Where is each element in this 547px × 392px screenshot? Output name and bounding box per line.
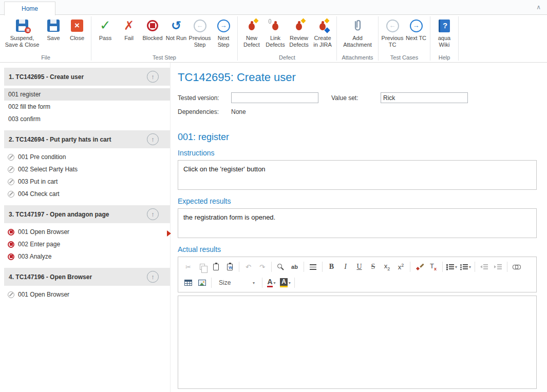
- collapse-group-button[interactable]: ↑: [147, 271, 159, 283]
- tested-version-input[interactable]: [231, 92, 318, 103]
- step-title: 001: register: [178, 132, 537, 143]
- test-step-item[interactable]: 002 fill the form: [4, 101, 170, 113]
- dependencies-value: None: [231, 108, 246, 115]
- test-step-item[interactable]: 004 Check cart: [4, 188, 170, 200]
- paste-from-word-button[interactable]: [223, 261, 236, 272]
- suspend-save-close-button[interactable]: Suspend, Save & Close: [3, 16, 42, 49]
- copy-button[interactable]: [196, 261, 209, 272]
- increase-indent-button[interactable]: [492, 261, 504, 272]
- expected-results-box[interactable]: the registration form is opened.: [178, 208, 537, 238]
- test-step-item[interactable]: 002 Enter page: [4, 238, 170, 250]
- toolbar-separator: [211, 278, 212, 288]
- add-attachment-button[interactable]: Add Attachment: [339, 16, 376, 49]
- close-icon: ×: [71, 19, 83, 32]
- bold-button[interactable]: B: [325, 261, 338, 272]
- collapse-group-button[interactable]: ↑: [147, 133, 159, 145]
- new-defect-button[interactable]: New Defect: [240, 16, 263, 49]
- replace-button[interactable]: ab: [288, 261, 301, 272]
- actual-results-editor[interactable]: [178, 296, 537, 389]
- bold-icon: B: [329, 263, 334, 271]
- find-button[interactable]: [274, 261, 287, 272]
- test-step-item[interactable]: 001 Open Browser: [4, 226, 170, 238]
- test-step-item[interactable]: 003 Put in cart: [4, 175, 170, 188]
- test-case-group-4: 4. TC147196 - Open Browser ↑ 001 Open Br…: [0, 268, 170, 301]
- value-set-input[interactable]: [381, 92, 468, 103]
- test-step-item[interactable]: 001 Open Browser: [4, 288, 170, 301]
- test-case-title: 1. TC142695 - Create user: [9, 73, 147, 81]
- previous-step-button[interactable]: ← Previous Step: [188, 16, 212, 49]
- decrease-indent-button[interactable]: [478, 261, 491, 272]
- review-defects-button[interactable]: Review Defects: [287, 16, 311, 49]
- step-label: 003 Analyze: [18, 253, 51, 260]
- show-blocks-button[interactable]: [307, 261, 319, 272]
- ribbon-group-test-step: ✓ Pass ✗ Fail Blocked ↺ Not Run ← Previo…: [92, 15, 237, 62]
- collapse-group-button[interactable]: ↑: [147, 71, 159, 83]
- toolbar-separator: [442, 262, 443, 272]
- redo-button[interactable]: ↷: [256, 261, 269, 272]
- subscript-button[interactable]: x2: [381, 261, 393, 272]
- not-run-button[interactable]: ↺ Not Run: [164, 16, 188, 43]
- underline-button[interactable]: U: [353, 261, 366, 272]
- step-label: 002 Enter page: [18, 241, 60, 248]
- collapse-group-button[interactable]: ↑: [147, 208, 159, 220]
- previous-arrow-icon: ←: [194, 19, 206, 32]
- paste-button[interactable]: [210, 261, 222, 272]
- ribbon-group-separator: [336, 16, 337, 61]
- close-button[interactable]: × Close: [65, 16, 89, 43]
- test-step-item[interactable]: 003 confirm: [4, 113, 170, 125]
- test-case-header-4[interactable]: 4. TC147196 - Open Browser ↑: [4, 268, 170, 286]
- numbered-list-button[interactable]: ▾: [445, 261, 458, 272]
- italic-button[interactable]: I: [339, 261, 352, 272]
- test-case-header-1[interactable]: 1. TC142695 - Create user ↑: [4, 68, 170, 86]
- test-case-title: 4. TC147196 - Open Browser: [9, 273, 147, 281]
- test-step-item[interactable]: 001 register: [4, 88, 170, 101]
- numbered-list-icon: [446, 264, 454, 270]
- test-step-item[interactable]: 001 Pre condition: [4, 151, 170, 163]
- button-label: Previous TC: [382, 35, 404, 48]
- ribbon-group-separator: [458, 16, 459, 61]
- test-step-item[interactable]: 002 Select Party Hats: [4, 163, 170, 175]
- next-step-button[interactable]: → Next Step: [212, 16, 235, 49]
- insert-link-button[interactable]: [510, 261, 523, 272]
- collapse-ribbon-icon[interactable]: ∧: [536, 4, 541, 11]
- button-label: Next Step: [213, 35, 234, 48]
- background-color-button[interactable]: A▾: [279, 277, 292, 288]
- sparkle-badge-icon: [325, 18, 330, 24]
- insert-image-button[interactable]: [196, 277, 209, 288]
- fail-button[interactable]: ✗ Fail: [117, 16, 141, 43]
- next-arrow-icon: →: [217, 19, 230, 32]
- blocked-button[interactable]: Blocked: [141, 16, 164, 43]
- save-button[interactable]: Save: [42, 16, 65, 43]
- test-case-header-3[interactable]: 3. TC147197 - Open andagon page ↑: [4, 205, 170, 223]
- instructions-label: Instructions: [178, 149, 537, 157]
- instructions-box[interactable]: Click on the 'register' button: [178, 160, 537, 190]
- toolbar-separator: [271, 262, 272, 272]
- test-step-item[interactable]: 003 Analyze: [4, 250, 170, 263]
- remove-format-button[interactable]: Tx: [427, 261, 440, 272]
- italic-icon: I: [344, 263, 347, 271]
- pass-button[interactable]: ✓ Pass: [93, 16, 117, 43]
- format-painter-button[interactable]: [413, 261, 426, 272]
- step-label: 001 register: [8, 91, 41, 98]
- group-label-defect: Defect: [238, 54, 336, 62]
- aqua-wiki-button[interactable]: ? aqua Wiki: [432, 16, 456, 49]
- text-color-button[interactable]: A▾: [265, 277, 278, 288]
- superscript-button[interactable]: x2: [394, 261, 407, 272]
- insert-table-button[interactable]: [182, 277, 195, 288]
- tab-home[interactable]: Home: [4, 2, 55, 15]
- previous-tc-button[interactable]: ← Previous TC: [381, 16, 404, 49]
- cut-button[interactable]: ✂: [182, 261, 195, 272]
- undo-button[interactable]: ↶: [242, 261, 255, 272]
- strikethrough-button[interactable]: S: [367, 261, 380, 272]
- version-row: Tested version: Value set:: [178, 92, 537, 103]
- create-in-jira-button[interactable]: Create in JIRA: [311, 16, 334, 49]
- caret-down-icon: ▾: [455, 265, 457, 269]
- step-label: 001 Open Browser: [18, 291, 69, 298]
- link-defects-button[interactable]: Link Defects: [263, 16, 287, 49]
- test-case-title: 2. TC142694 - Put party hats in cart: [9, 136, 147, 143]
- next-tc-button[interactable]: → Next TC: [404, 16, 428, 43]
- font-size-dropdown[interactable]: Size ▾: [217, 277, 257, 288]
- test-case-header-2[interactable]: 2. TC142694 - Put party hats in cart ↑: [4, 130, 170, 148]
- bullet-list-button[interactable]: ▾: [459, 261, 472, 272]
- blocked-status-icon: [8, 241, 14, 248]
